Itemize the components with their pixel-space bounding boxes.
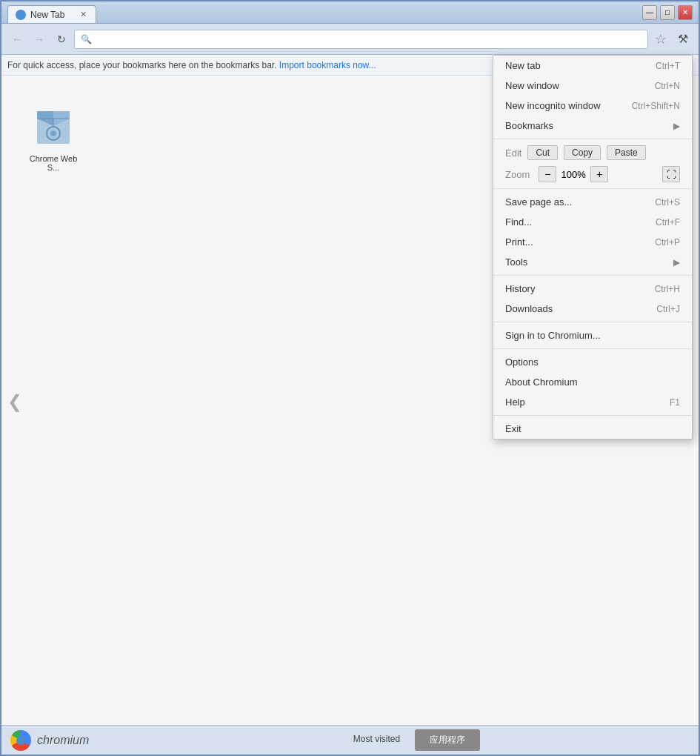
fullscreen-button[interactable]: ⛶: [662, 166, 680, 182]
menu-item-label: Find...: [505, 216, 532, 228]
forward-button[interactable]: →: [30, 30, 49, 49]
menu-item-label: Help: [505, 397, 525, 408]
close-button[interactable]: ✕: [678, 5, 693, 20]
tab-most-visited[interactable]: Most visited: [339, 729, 415, 751]
chromium-logo-icon: [10, 730, 31, 751]
menu-item-new-tab[interactable]: New tab Ctrl+T: [493, 56, 692, 76]
zoom-label: Zoom: [505, 169, 530, 180]
tab-apps[interactable]: 应用程序: [415, 729, 480, 751]
menu-item-label: Exit: [505, 423, 521, 434]
chrome-webstore-icon: [31, 105, 76, 150]
menu-item-exit[interactable]: Exit: [493, 419, 692, 439]
menu-item-label: New tab: [505, 60, 541, 71]
menu-item-label: New window: [505, 80, 559, 91]
submenu-arrow-icon: ▶: [673, 257, 680, 268]
maximize-button[interactable]: □: [660, 5, 675, 20]
menu-item-about[interactable]: About Chromium: [493, 372, 692, 392]
menu-edit-row: Edit Cut Copy Paste: [493, 142, 692, 163]
zoom-in-button[interactable]: +: [590, 166, 608, 182]
menu-item-label: Print...: [505, 236, 533, 248]
menu-item-print[interactable]: Print... Ctrl+P: [493, 232, 692, 252]
zoom-row: Zoom − 100% + ⛶: [493, 163, 692, 185]
menu-item-label: Sign in to Chromium...: [505, 330, 601, 341]
tab-close-button[interactable]: ✕: [80, 10, 87, 19]
menu-item-shortcut: Ctrl+T: [656, 61, 680, 71]
menu-item-signin[interactable]: Sign in to Chromium...: [493, 325, 692, 345]
wrench-menu-button[interactable]: ⚒: [673, 30, 693, 49]
menu-separator: [493, 348, 692, 349]
menu-item-new-window[interactable]: New window Ctrl+N: [493, 76, 692, 96]
chromium-logo: chromium: [1, 730, 120, 751]
menu-item-options[interactable]: Options: [493, 352, 692, 372]
dropdown-menu: New tab Ctrl+T New window Ctrl+N New inc…: [493, 55, 693, 440]
menu-item-label: Save page as...: [505, 196, 572, 208]
menu-item-label: History: [505, 283, 535, 294]
zoom-out-button[interactable]: −: [539, 166, 556, 182]
menu-item-label: Tools: [505, 256, 527, 268]
menu-separator: [493, 139, 692, 139]
menu-item-shortcut: F1: [670, 397, 680, 408]
copy-button[interactable]: Copy: [564, 145, 601, 160]
chromium-logo-inner: [16, 736, 25, 745]
menu-item-save-page[interactable]: Save page as... Ctrl+S: [493, 192, 692, 212]
submenu-arrow-icon: ▶: [673, 121, 680, 131]
zoom-value: 100%: [559, 169, 587, 180]
menu-item-bookmarks[interactable]: Bookmarks ▶: [493, 116, 692, 136]
list-item[interactable]: Chrome Web S...: [24, 105, 83, 172]
minimize-button[interactable]: —: [642, 5, 657, 20]
menu-item-shortcut: Ctrl+S: [655, 197, 680, 208]
search-icon: 🔍: [81, 34, 92, 44]
menu-item-label: Downloads: [505, 303, 553, 314]
chromium-logo-text: chromium: [37, 734, 89, 747]
bookmarks-message: For quick access, place your bookmarks h…: [7, 60, 277, 70]
menu-item-label: New incognito window: [505, 100, 601, 111]
menu-item-find[interactable]: Find... Ctrl+F: [493, 212, 692, 232]
import-bookmarks-link[interactable]: Import bookmarks now...: [279, 60, 376, 70]
menu-item-shortcut: Ctrl+P: [655, 237, 680, 248]
browser-toolbar: ← → ↻ 🔍 ☆ ⚒: [1, 24, 699, 55]
reload-button[interactable]: ↻: [52, 30, 71, 49]
bottom-tabs: Most visited 应用程序: [120, 729, 699, 751]
address-bar: 🔍: [74, 30, 648, 49]
menu-separator: [493, 322, 692, 322]
back-button[interactable]: ←: [7, 30, 27, 49]
menu-separator: [493, 188, 692, 189]
menu-item-history[interactable]: History Ctrl+H: [493, 279, 692, 299]
menu-item-shortcut: Ctrl+Shift+N: [632, 101, 680, 111]
menu-item-label: Options: [505, 357, 539, 368]
menu-item-shortcut: Ctrl+H: [655, 284, 680, 294]
svg-point-6: [50, 130, 56, 136]
tab-label: New Tab: [30, 10, 64, 20]
menu-item-shortcut: Ctrl+N: [655, 81, 680, 91]
title-bar: New Tab ✕ — □ ✕: [1, 1, 699, 24]
fullscreen-icon: ⛶: [667, 169, 676, 180]
menu-item-tools[interactable]: Tools ▶: [493, 252, 692, 272]
bookmark-star-button[interactable]: ☆: [651, 30, 670, 49]
menu-separator: [493, 275, 692, 276]
paste-button[interactable]: Paste: [607, 145, 646, 160]
left-nav-arrow[interactable]: ❮: [7, 391, 22, 412]
menu-item-shortcut: Ctrl+J: [656, 304, 680, 314]
menu-item-label: About Chromium: [505, 377, 578, 388]
menu-separator: [493, 415, 692, 416]
active-tab[interactable]: New Tab ✕: [7, 5, 96, 23]
edit-label: Edit: [505, 147, 521, 159]
menu-item-help[interactable]: Help F1: [493, 392, 692, 412]
menu-item-label: Bookmarks: [505, 120, 553, 131]
menu-item-shortcut: Ctrl+F: [656, 217, 680, 228]
window-controls: — □ ✕: [642, 5, 693, 20]
menu-item-downloads[interactable]: Downloads Ctrl+J: [493, 299, 692, 319]
tab-bar: New Tab ✕: [7, 1, 642, 23]
tab-favicon: [16, 10, 26, 20]
app-label: Chrome Web S...: [24, 154, 83, 172]
cut-button[interactable]: Cut: [527, 145, 558, 160]
bottom-bar: chromium Most visited 应用程序: [1, 725, 699, 755]
browser-window: New Tab ✕ — □ ✕ ← → ↻ 🔍 ☆ ⚒ For quick ac…: [0, 0, 700, 756]
menu-item-incognito[interactable]: New incognito window Ctrl+Shift+N: [493, 96, 692, 116]
